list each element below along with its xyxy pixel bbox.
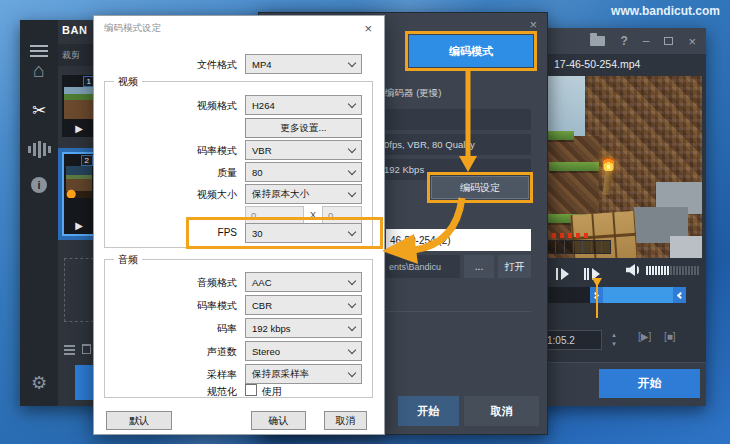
chevron-down-icon — [348, 368, 356, 376]
fps-label: FPS — [218, 227, 237, 238]
clip-thumbnail-1[interactable]: 1 ▶ — [62, 75, 96, 137]
file-format-select[interactable]: MP4 — [245, 54, 362, 74]
divider — [386, 311, 531, 312]
maximize-icon[interactable] — [664, 37, 673, 45]
minecraft-stone — [670, 236, 702, 258]
video-format-label: 视频格式 — [197, 99, 237, 113]
encode-settings-dialog: 编码模式设定 × 文件格式 MP4 视频 视频格式 H264 更多设置... 码… — [93, 15, 385, 435]
audio-format-row: 音频格式 AAC — [94, 272, 384, 292]
audio-group-label: 音频 — [114, 253, 142, 267]
player-start-button[interactable]: 开始 — [599, 369, 700, 398]
audio-bitrate-label: 码率 — [217, 322, 237, 336]
sidebar: ⌂ ✂ i ⚙ — [20, 20, 58, 406]
normalize-option-label: 使用 — [262, 385, 282, 399]
clip-thumbnail-2[interactable]: 2 ▶ — [62, 152, 96, 236]
home-icon[interactable]: ⌂ — [20, 60, 58, 80]
close-icon[interactable]: × — [364, 21, 372, 36]
fps-select[interactable]: 30 — [245, 223, 362, 243]
quality-label: 质量 — [217, 166, 237, 180]
video-format-select[interactable]: H264 — [245, 95, 362, 115]
minecraft-torch-flame — [603, 158, 614, 171]
audio-wave-icon[interactable] — [20, 140, 58, 158]
encoder-note: 编码器 (更慢) — [385, 87, 441, 100]
time-spinner[interactable]: ▴ ▾ — [608, 330, 620, 350]
encode-start-button[interactable]: 开始 — [398, 396, 459, 426]
chevron-down-icon — [348, 58, 356, 66]
chevron-down-icon — [348, 166, 356, 174]
chevron-down-icon — [348, 345, 356, 353]
quality-select[interactable]: 80 — [245, 162, 362, 182]
bitrate-mode-label: 码率模式 — [197, 144, 237, 158]
help-icon[interactable]: ? — [620, 34, 627, 48]
volume-bars[interactable] — [646, 266, 699, 275]
play-icon[interactable]: ▶ — [62, 123, 96, 135]
fps-value: 30 — [252, 228, 263, 239]
app-title: BAN — [62, 24, 87, 36]
bitrate-mode-select[interactable]: VBR — [245, 140, 362, 160]
preset-row-video: 0fps, VBR, 80 Quality — [377, 134, 531, 155]
video-size-value: 保持原本大小 — [252, 188, 309, 201]
encode-cancel-button[interactable]: 取消 — [464, 396, 539, 426]
slider-right-handle[interactable] — [673, 287, 686, 303]
video-group-label: 视频 — [114, 75, 142, 89]
audio-format-label: 音频格式 — [197, 276, 237, 290]
audio-bitrate-row: 码率 192 kbps — [94, 318, 384, 338]
open-button[interactable]: 打开 — [498, 255, 531, 278]
video-preview — [524, 76, 702, 258]
audio-bitrate-value: 192 kbps — [252, 323, 291, 334]
close-icon[interactable]: × — [688, 34, 696, 49]
minecraft-grass-ledge — [549, 162, 599, 171]
tab-trim[interactable]: 裁剪 — [62, 49, 80, 62]
bitrate-mode-row: 码率模式 VBR — [94, 140, 384, 160]
audio-bitrate-mode-label: 码率模式 — [197, 299, 237, 313]
spin-down-icon[interactable]: ▾ — [608, 339, 620, 348]
normalize-checkbox[interactable] — [245, 384, 257, 396]
playhead-marker[interactable] — [596, 278, 598, 318]
highlight-box-settings — [427, 172, 533, 203]
channels-select[interactable]: Stereo — [245, 341, 362, 361]
frame-step2-icon[interactable] — [584, 264, 600, 277]
chevron-down-icon — [348, 99, 356, 107]
file-format-value: MP4 — [252, 59, 272, 70]
channels-value: Stereo — [252, 346, 280, 357]
more-settings-button[interactable]: 更多设置... — [245, 118, 362, 138]
chevron-down-icon — [348, 276, 356, 284]
normalize-label: 规范化 — [207, 385, 237, 399]
menu-icon[interactable] — [20, 42, 58, 60]
cancel-button[interactable]: 取消 — [324, 411, 367, 430]
ok-button[interactable]: 确认 — [251, 411, 306, 430]
preview-stop-button[interactable]: [■] — [664, 331, 676, 342]
trash-icon[interactable] — [82, 344, 91, 354]
clip-number-badge: 2 — [81, 155, 93, 166]
audio-bitrate-mode-select[interactable]: CBR — [245, 295, 362, 315]
trim-slider[interactable] — [524, 287, 686, 303]
close-icon[interactable]: × — [529, 17, 537, 32]
sample-rate-label: 采样率 — [207, 368, 237, 382]
output-path-field[interactable]: ents\Bandicu — [386, 255, 460, 278]
settings-gear-icon[interactable]: ⚙ — [20, 372, 58, 394]
video-size-select[interactable]: 保持原本大小 — [245, 184, 362, 204]
minimize-icon[interactable]: – — [643, 37, 650, 45]
channels-label: 声道数 — [207, 345, 237, 359]
quality-row: 质量 80 — [94, 162, 384, 182]
play-icon[interactable]: ▶ — [64, 220, 94, 232]
browse-button[interactable]: ... — [464, 255, 494, 278]
thumbnail-image — [66, 166, 92, 198]
speaker-icon[interactable] — [626, 264, 640, 276]
default-button[interactable]: 默认 — [106, 411, 172, 430]
spin-up-icon[interactable]: ▴ — [608, 330, 620, 339]
more-settings-row: 更多设置... — [94, 118, 384, 138]
frame-step-icon[interactable] — [556, 264, 569, 277]
chevron-down-icon — [348, 322, 356, 330]
scissors-icon[interactable]: ✂ — [20, 100, 58, 121]
audio-format-select[interactable]: AAC — [245, 272, 362, 292]
list-icon[interactable] — [64, 343, 75, 357]
info-icon[interactable]: i — [20, 177, 58, 193]
preview-play-button[interactable]: [▶] — [638, 331, 651, 342]
site-watermark: www.bandicut.com — [611, 4, 720, 18]
preset-row — [377, 109, 531, 130]
audio-bitrate-select[interactable]: 192 kbps — [245, 318, 362, 338]
audio-bitrate-mode-value: CBR — [252, 300, 272, 311]
open-folder-icon[interactable] — [590, 36, 605, 46]
output-name-input[interactable]: 46-50-254 (2) — [386, 229, 531, 251]
